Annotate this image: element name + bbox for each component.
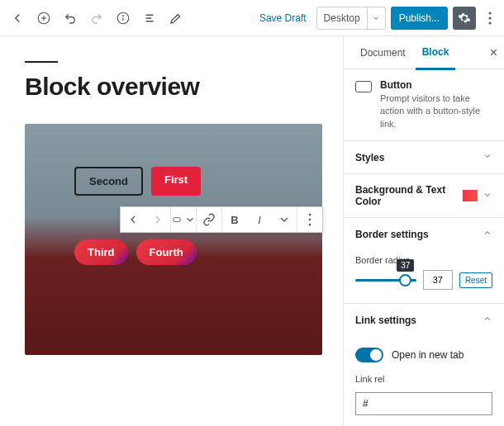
border-radius-input[interactable]: [423, 270, 453, 290]
panel-bg-color[interactable]: Background & Text Color: [344, 174, 504, 217]
outline-button[interactable]: [137, 6, 162, 31]
button-fourth[interactable]: Fourth: [136, 239, 197, 265]
panel-styles[interactable]: Styles: [344, 141, 504, 173]
more-menu-button[interactable]: [481, 7, 499, 30]
toolbar-bold[interactable]: B: [222, 207, 247, 232]
color-swatch: [463, 190, 478, 201]
page-title[interactable]: Block overview: [25, 73, 318, 101]
border-radius-slider[interactable]: 37: [355, 279, 416, 282]
chevron-up-icon: [483, 228, 492, 240]
publish-button[interactable]: Publish...: [391, 7, 448, 30]
back-button[interactable]: [5, 6, 30, 31]
toolbar-more-format[interactable]: [272, 207, 297, 232]
svg-rect-12: [174, 218, 180, 222]
svg-point-14: [309, 219, 311, 221]
block-toolbar: B I: [120, 206, 323, 233]
undo-button[interactable]: [58, 6, 83, 31]
edit-mode-button[interactable]: [164, 6, 188, 31]
tab-block[interactable]: Block: [416, 36, 456, 70]
toolbar-italic[interactable]: I: [247, 207, 272, 232]
reset-button[interactable]: Reset: [459, 272, 492, 288]
panel-border-settings[interactable]: Border settings: [344, 218, 504, 250]
settings-button[interactable]: [453, 7, 476, 30]
preview-dropdown[interactable]: Desktop: [316, 7, 386, 30]
chevron-down-icon: [367, 7, 385, 29]
svg-point-10: [489, 17, 492, 19]
block-name: Button: [380, 79, 492, 91]
close-sidebar-button[interactable]: ×: [490, 45, 497, 60]
chevron-up-icon: [483, 314, 492, 326]
toolbar-more[interactable]: [297, 207, 322, 232]
title-rule: [25, 61, 58, 63]
slider-tooltip: 37: [397, 259, 414, 272]
add-block-button[interactable]: [31, 6, 56, 31]
block-description: Prompt visitors to take action with a bu…: [380, 92, 492, 130]
redo-button[interactable]: [84, 6, 109, 31]
scrollbar-track: [343, 36, 344, 426]
panel-link-settings[interactable]: Link settings: [344, 304, 504, 336]
chevron-down-icon: [483, 190, 492, 202]
toolbar-nav-next: [145, 207, 170, 232]
editor-topbar: Save Draft Desktop Publish...: [0, 0, 504, 36]
border-radius-label: Border radius: [355, 255, 492, 265]
toolbar-block-type[interactable]: [171, 207, 196, 232]
button-second[interactable]: Second: [74, 167, 143, 196]
tab-document[interactable]: Document: [354, 37, 412, 69]
svg-point-9: [489, 12, 492, 14]
open-new-tab-label: Open in new tab: [392, 349, 464, 361]
button-third[interactable]: Third: [74, 239, 128, 265]
settings-sidebar: Document Block × Button Prompt visitors …: [343, 36, 504, 426]
toolbar-link[interactable]: [197, 207, 221, 232]
cover-block[interactable]: Second First B I: [25, 124, 322, 355]
svg-point-5: [123, 15, 124, 16]
button-block-icon: [355, 81, 372, 92]
svg-point-11: [489, 21, 492, 24]
button-first[interactable]: First: [151, 167, 201, 196]
toolbar-nav-prev[interactable]: [121, 207, 145, 232]
link-rel-label: Link rel: [355, 374, 492, 384]
svg-point-13: [309, 214, 311, 216]
open-new-tab-toggle[interactable]: [355, 348, 383, 362]
info-button[interactable]: [111, 6, 136, 31]
svg-point-15: [309, 224, 311, 226]
slider-thumb[interactable]: [399, 274, 411, 286]
preview-mode-label: Desktop: [317, 12, 367, 24]
editor-canvas[interactable]: Block overview Second First B I: [0, 36, 343, 426]
save-draft-button[interactable]: Save Draft: [254, 9, 311, 27]
link-rel-input[interactable]: [355, 392, 492, 415]
chevron-down-icon: [483, 151, 492, 163]
